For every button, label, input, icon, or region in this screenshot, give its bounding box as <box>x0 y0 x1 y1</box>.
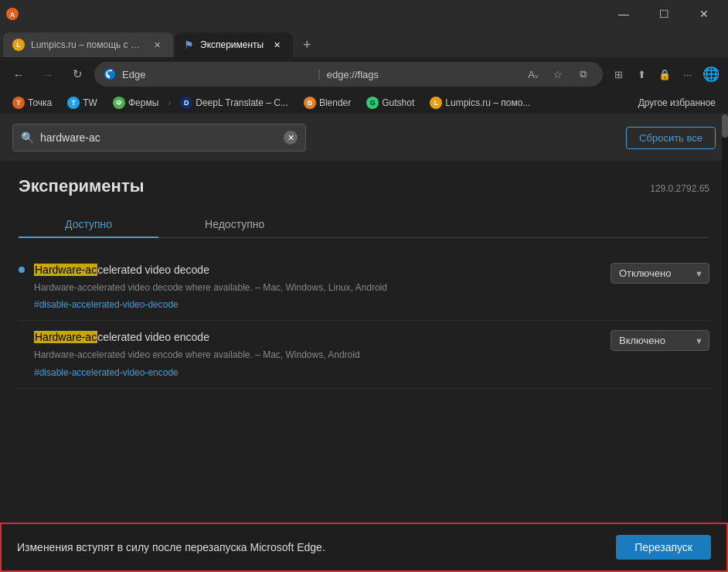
window-controls: — ☐ ✕ <box>606 2 722 26</box>
scrollbar-track <box>722 114 728 572</box>
feedback-button[interactable]: 🔒 <box>654 63 675 85</box>
favorites-button[interactable]: ☆ <box>547 63 569 85</box>
address-bar: ← → ↻ Edge | edge://flags Aᵥ ☆ ⧉ ⊞ ⬆ 🔒 ·… <box>0 57 728 91</box>
tab-favicon-lumpics: L <box>12 39 25 51</box>
split-screen-button[interactable]: ⧉ <box>572 63 594 85</box>
flags-search-area: 🔍 ✕ Сбросить все <box>0 114 728 161</box>
flag-item-encode: Hardware-accelerated video encode Hardwa… <box>19 321 709 388</box>
tab-favicon-experiments: ⚑ <box>184 39 194 51</box>
flags-tabs: Доступно Недоступно <box>19 212 709 238</box>
notification-bar: Изменения вступят в силу после перезапус… <box>0 523 728 572</box>
bookmark-label-lumpics: Lumpics.ru – помо... <box>445 97 530 108</box>
close-button[interactable]: ✕ <box>686 2 722 26</box>
bookmark-label-tw: TW <box>83 97 97 108</box>
tab-available[interactable]: Доступно <box>19 212 158 238</box>
bookmark-label-deepl: DeepL Translate – С... <box>196 97 288 108</box>
flag-link-decode[interactable]: #disable-accelerated-video-decode <box>34 299 179 310</box>
tab-experiments[interactable]: ⚑ Эксперименты ✕ <box>175 32 293 57</box>
address-bar-icons: Aᵥ ☆ ⧉ <box>522 63 594 85</box>
flag-dot-empty-encode <box>19 334 25 340</box>
share-button[interactable]: ⬆ <box>631 63 652 85</box>
reset-all-button[interactable]: Сбросить все <box>626 127 716 149</box>
flag-name-rest-encode: celerated video encode <box>97 331 209 343</box>
browser-avatar: A <box>6 8 19 20</box>
tab-lumpics[interactable]: L Lumpics.ru – помощь с компьюте... ✕ <box>3 32 173 57</box>
back-button[interactable]: ← <box>6 62 31 87</box>
bookmark-label-fermy: Фермы <box>128 97 158 108</box>
bookmark-label-tochka: Точка <box>28 97 52 108</box>
tab-close-lumpics[interactable]: ✕ <box>150 38 164 52</box>
bookmark-separator-1: › <box>168 97 171 108</box>
flag-name-rest-decode: celerated video decode <box>97 264 209 276</box>
restart-button[interactable]: Перезапуск <box>616 535 711 560</box>
flag-item-decode: Hardware-accelerated video decode Hardwa… <box>19 254 709 321</box>
forward-button[interactable]: → <box>36 62 60 87</box>
bookmark-fermy[interactable]: Ф Фермы <box>107 95 165 111</box>
flag-select-wrapper-encode: По умолчанию Включено Отключено ▼ <box>611 330 709 351</box>
flags-search-input[interactable] <box>40 131 277 144</box>
edge-icon-button[interactable]: 🌐 <box>700 63 722 85</box>
svg-text:A: A <box>10 11 15 19</box>
bookmarks-bar: Т Точка T TW Ф Фермы › D DeepL Translate… <box>0 91 728 114</box>
bookmark-favicon-tw: T <box>67 97 80 109</box>
flags-version: 129.0.2792.65 <box>650 183 709 194</box>
address-input-container[interactable]: Edge | edge://flags Aᵥ ☆ ⧉ <box>94 62 603 87</box>
flag-select-container-encode: По умолчанию Включено Отключено ▼ <box>611 330 709 351</box>
flags-search-box: 🔍 ✕ <box>12 124 306 152</box>
flags-header: Эксперименты 129.0.2792.65 <box>19 176 709 196</box>
bookmark-favicon-tochka: Т <box>12 97 25 109</box>
refresh-button[interactable]: ↻ <box>65 62 90 87</box>
brand-label: Edge <box>122 69 311 80</box>
search-clear-button[interactable]: ✕ <box>284 131 298 145</box>
url-text: edge://flags <box>327 69 516 80</box>
flag-select-container-decode: По умолчанию Включено Отключено ▼ <box>611 263 709 284</box>
tab-close-experiments[interactable]: ✕ <box>270 38 284 52</box>
bookmark-label-gutshot: Gutshot <box>382 97 414 108</box>
flag-name-decode: Hardware-accelerated video decode <box>34 263 601 278</box>
notification-text: Изменения вступят в силу после перезапус… <box>17 541 604 553</box>
bookmark-other-label: Другое избранное <box>638 97 716 108</box>
bookmark-gutshot[interactable]: G Gutshot <box>360 95 420 111</box>
bookmark-label-blender: Blender <box>319 97 351 108</box>
flag-active-dot-decode <box>19 267 25 273</box>
flag-content-decode: Hardware-accelerated video decode Hardwa… <box>34 263 601 311</box>
new-tab-button[interactable]: + <box>294 32 319 57</box>
tab-label-experiments: Эксперименты <box>200 39 264 50</box>
flag-name-encode: Hardware-accelerated video encode <box>34 330 601 346</box>
toolbar-icons: ⊞ ⬆ 🔒 ··· 🌐 <box>607 63 722 85</box>
flag-select-decode[interactable]: По умолчанию Включено Отключено <box>611 263 709 284</box>
bookmark-deepl[interactable]: D DeepL Translate – С... <box>174 95 294 111</box>
flag-content-encode: Hardware-accelerated video encode Hardwa… <box>34 330 601 378</box>
bookmark-lumpics[interactable]: L Lumpics.ru – помо... <box>424 95 536 111</box>
edge-logo-icon <box>104 68 116 80</box>
bookmark-favicon-deepl: D <box>180 97 192 109</box>
bookmark-tochka[interactable]: Т Точка <box>6 95 58 111</box>
minimize-button[interactable]: — <box>606 2 641 26</box>
bookmark-favicon-gutshot: G <box>366 97 379 109</box>
flags-title: Эксперименты <box>19 176 144 196</box>
flag-select-wrapper-decode: По умолчанию Включено Отключено ▼ <box>611 263 709 284</box>
bookmark-favicon-blender: B <box>304 97 316 109</box>
search-icon: 🔍 <box>21 131 34 144</box>
tab-unavailable[interactable]: Недоступно <box>158 212 311 238</box>
collections-button[interactable]: ⊞ <box>607 63 629 85</box>
more-button[interactable]: ··· <box>677 63 699 85</box>
bookmark-other-favorites[interactable]: Другое избранное <box>632 96 722 110</box>
bookmark-favicon-lumpics: L <box>430 97 442 109</box>
tab-bar: L Lumpics.ru – помощь с компьюте... ✕ ⚑ … <box>0 28 728 57</box>
flag-desc-encode: Hardware-accelerated video encode where … <box>34 349 601 362</box>
flag-link-encode[interactable]: #disable-accelerated-video-encode <box>34 367 179 378</box>
bookmark-blender[interactable]: B Blender <box>298 95 357 111</box>
read-aloud-button[interactable]: Aᵥ <box>522 63 544 85</box>
flag-name-highlight-encode: Hardware-ac <box>34 331 97 343</box>
maximize-button[interactable]: ☐ <box>646 2 682 26</box>
tab-label-lumpics: Lumpics.ru – помощь с компьюте... <box>31 39 144 50</box>
title-bar: A — ☐ ✕ <box>0 0 728 28</box>
main-content: 🔍 ✕ Сбросить все Эксперименты 129.0.2792… <box>0 114 728 572</box>
bookmark-favicon-fermy: Ф <box>113 97 125 109</box>
flag-name-highlight-decode: Hardware-ac <box>34 264 97 276</box>
flags-page: Эксперименты 129.0.2792.65 Доступно Недо… <box>0 161 728 572</box>
flag-select-encode[interactable]: По умолчанию Включено Отключено <box>611 330 709 351</box>
bookmark-tw[interactable]: T TW <box>61 95 104 111</box>
scrollbar-thumb[interactable] <box>722 114 728 138</box>
